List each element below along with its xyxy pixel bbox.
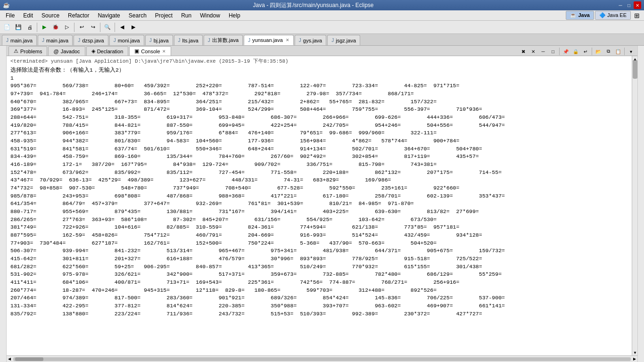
console-prompt-line: 选择除法是否有余数：（有输入1，无输入2） [10, 66, 628, 74]
menu-run[interactable]: Run [177, 11, 195, 20]
console-line: 641/354= 864/79= 457+379= 377+647= 932-2… [10, 200, 628, 208]
javaee-perspective-button[interactable]: 🔷 Java EE [595, 11, 631, 20]
console-line: 415-642= 301+811= 201+327= 616+188= 476/… [10, 255, 628, 263]
h-scroll-track[interactable] [13, 357, 631, 361]
vertical-scrollbar[interactable]: ▼ ▲ [632, 56, 637, 355]
menu-navigate[interactable]: Navigate [94, 11, 124, 20]
minimize-button[interactable]: ─ [617, 1, 624, 9]
h-scroll-thumb[interactable] [15, 357, 43, 361]
java-icon: J [248, 38, 250, 43]
tab-javadoc[interactable]: @ Javadoc [48, 46, 85, 56]
redo-button[interactable]: ↪ [88, 22, 98, 33]
menu-project[interactable]: Project [151, 11, 176, 20]
console-line: 506-307= 939-994= 841-232= 513/314= 965+… [10, 247, 628, 255]
console-view-menu-button[interactable]: ▾ [626, 47, 636, 56]
tab-javadoc-label: Javadoc [61, 49, 80, 54]
console-line: 531-902= 975-978= 326/621= 342*900= 517+… [10, 271, 628, 279]
console-paste-button[interactable]: 📋 [613, 47, 623, 56]
nav-fwd-button[interactable]: ▶ [128, 22, 139, 33]
java-perspective-button[interactable]: ☕ Java [566, 11, 594, 20]
console-minimize-button[interactable]: ─ [538, 47, 548, 56]
console-copy-button[interactable]: ⧉ [603, 47, 613, 56]
console-terminated-header: <terminated> yunsuan [Java Application] … [10, 58, 628, 66]
console-content[interactable]: <terminated> yunsuan [Java Application] … [7, 56, 632, 355]
run-button[interactable]: ▶ [39, 22, 50, 33]
tab-moni-java[interactable]: J moni.java [109, 35, 144, 45]
tab-close-icon[interactable]: ✕ [286, 38, 289, 42]
scroll-left-button[interactable]: ◀ [7, 356, 12, 362]
console-body: <terminated> yunsuan [Java Application] … [7, 56, 637, 355]
console-line: 985/878= 243+953= 698*808= 487/868= 988+… [10, 192, 628, 200]
tab-main-java-2[interactable]: J main.java [38, 35, 73, 45]
title-bar-left: ☕ [3, 2, 10, 8]
tab-console[interactable]: ▣ Console ✕ [129, 46, 171, 56]
tab-chushuzi-java[interactable]: J 出算数.java [204, 35, 243, 45]
print-button[interactable]: 🖨 [25, 22, 35, 33]
app-icon: ☕ [3, 2, 10, 8]
horizontal-scrollbar[interactable]: ◀ ▶ [7, 355, 637, 362]
tab-jsgz-java[interactable]: J jsgz.java [327, 35, 360, 45]
menu-edit[interactable]: Edit [19, 11, 37, 20]
tab-label: bj.java [154, 38, 169, 43]
console-line: 835/792= 138*880= 223/224= 711/936= 243/… [10, 310, 628, 318]
console-scroll-lock-button[interactable]: 🔒 [571, 47, 580, 56]
debug-button[interactable]: 🐞 [50, 22, 61, 33]
tab-main-java-1[interactable]: J main.java [2, 35, 37, 45]
main-container: ⚠ Problems @ Javadoc ◈ Declaration ▣ Con… [0, 46, 644, 362]
open-perspective-button[interactable]: ⊞ [632, 11, 642, 20]
tab-lts-java[interactable]: J lts.java [174, 35, 203, 45]
console-pin-button[interactable]: 📌 [561, 47, 570, 56]
tab-problems[interactable]: ⚠ Problems [8, 46, 47, 56]
undo-button[interactable]: ↩ [76, 22, 87, 33]
console-close-button[interactable]: ✕ [528, 47, 538, 56]
close-button[interactable]: ✕ [634, 1, 641, 9]
console-maximize-button[interactable]: □ [548, 47, 558, 56]
menu-search[interactable]: Search [125, 11, 150, 20]
save-button[interactable]: 💾 [13, 22, 24, 33]
run-last-button[interactable]: ▷ [62, 22, 72, 33]
console-tab-close-icon[interactable]: ✕ [162, 49, 166, 54]
menu-window[interactable]: Window [196, 11, 224, 20]
console-open-file-button[interactable]: 📂 [594, 47, 603, 56]
tab-bj-java[interactable]: J bj.java [145, 35, 173, 45]
tab-declaration[interactable]: ◈ Declaration [86, 46, 129, 56]
console-line: 419/820= 788/415= 844-821= 887-550= 699+… [10, 122, 628, 130]
nav-back-button[interactable]: ◀ [117, 22, 127, 33]
tab-problems-label: Problems [20, 49, 42, 54]
console-line: 207/464= 974/389= 817-500= 283/360= 901*… [10, 294, 628, 302]
search-button[interactable]: 🔍 [102, 22, 113, 33]
console-line: 369*377= 16-893= 245*125= 871/472= 369-1… [10, 106, 628, 114]
console-line: 834-439= 458-759= 869-160= 135/344= 784+… [10, 153, 628, 161]
console-line: 887*595= 162-59= 458+826= 754*712= 460/7… [10, 231, 628, 239]
new-button[interactable]: 📄 [2, 22, 12, 33]
console-lines: 995*367= 569/738= 80+60= 459/392= 252+22… [10, 82, 628, 318]
menu-help[interactable]: Help [225, 11, 244, 20]
console-line: 286/265= 27*763= 363+93= 586*108= 87-302… [10, 216, 628, 224]
tab-dzsp-java[interactable]: J dzsp.java [74, 35, 108, 45]
tab-yunsuan-java[interactable]: J yunsuan.java ✕ [244, 35, 294, 45]
scroll-up-button[interactable]: ▲ [632, 56, 637, 62]
console-line: 458-935= 944*382= 801/830= 94-583= 104+5… [10, 137, 628, 145]
menu-source[interactable]: Source [38, 11, 63, 20]
console-line: 411*411= 684*106= 400/871= 713+71= 169+5… [10, 279, 628, 287]
scroll-thumb[interactable] [633, 60, 637, 79]
editor-left-margin [0, 46, 7, 362]
declaration-icon: ◈ [91, 48, 95, 54]
console-line: 995*367= 569/738= 80+60= 459/392= 252+22… [10, 82, 628, 90]
right-margin [637, 46, 644, 362]
console-clear-button[interactable]: ✖ [519, 47, 528, 56]
console-word-wrap-button[interactable]: ↵ [581, 47, 590, 56]
menu-refactor[interactable]: Refactor [64, 11, 93, 20]
menu-file[interactable]: File [2, 11, 18, 20]
tab-label: moni.java [118, 38, 140, 43]
scroll-right-button[interactable]: ▶ [632, 356, 637, 362]
java-icon: J [42, 38, 44, 43]
scroll-down-button[interactable]: ▼ [632, 350, 637, 355]
problems-icon: ⚠ [14, 48, 18, 54]
editor-tabs: J main.java J main.java J dzsp.java J mo… [0, 34, 644, 46]
maximize-button[interactable]: □ [625, 1, 633, 9]
console-icon: ▣ [134, 48, 139, 54]
java-icon: J [114, 38, 116, 43]
tab-gys-java[interactable]: J gys.java [295, 35, 326, 45]
console-line: 681/282= 622*560= 59+25= 906-295= 840-85… [10, 263, 628, 271]
